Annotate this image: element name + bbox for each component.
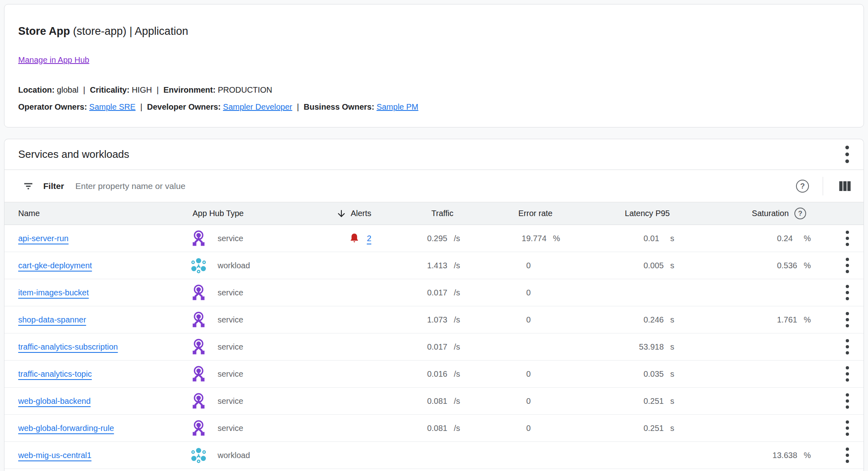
name-cell: web-mig-us-central1: [18, 451, 188, 460]
latency-p95-value: 0.251: [644, 397, 664, 406]
traffic-cell: 0.081 /s: [375, 397, 468, 406]
row-more-options-icon[interactable]: [843, 310, 851, 330]
column-header-error-rate[interactable]: Error rate: [468, 209, 567, 218]
error-rate-cell: 0.000: [468, 288, 567, 297]
app-name: Store App: [18, 25, 70, 37]
row-more-options-icon[interactable]: [843, 337, 851, 357]
service-name-link[interactable]: api-server-run: [18, 234, 68, 243]
filter-input[interactable]: [75, 181, 796, 191]
saturation-cell: 0.240 %: [684, 234, 817, 243]
row-more-options-icon[interactable]: [843, 391, 851, 411]
type-label: service: [218, 234, 243, 243]
column-header-traffic[interactable]: Traffic: [375, 209, 468, 218]
traffic-unit: /s: [447, 234, 468, 243]
type-label: workload: [218, 261, 250, 270]
service-icon: [189, 337, 208, 356]
service-name-link[interactable]: cart-gke-deployment: [18, 261, 92, 270]
row-more-options-icon[interactable]: [843, 228, 851, 248]
traffic-unit: /s: [447, 369, 468, 379]
error-rate-value: 0.000: [526, 397, 546, 406]
alerts-cell: 2: [314, 232, 375, 245]
services-workloads-card: Services and workloads Filter ? Name App…: [4, 139, 864, 471]
saturation-help-icon[interactable]: ?: [794, 208, 806, 219]
traffic-unit: /s: [447, 342, 468, 352]
filter-help-icon[interactable]: ?: [796, 180, 809, 193]
business-owners-label: Business Owners:: [304, 102, 375, 111]
traffic-value: 1.413: [427, 261, 447, 270]
app-header-card: Store App (store-app) | Application Mana…: [4, 4, 864, 127]
name-cell: api-server-run: [18, 234, 188, 243]
app-hub-type-cell: workload: [188, 446, 314, 465]
error-rate-value: 19.774: [522, 234, 546, 243]
separator: |: [81, 85, 88, 94]
card-more-options-icon[interactable]: [843, 143, 851, 165]
page-title: Store App (store-app) | Application: [18, 23, 850, 39]
latency-p95-unit: s: [664, 261, 684, 270]
traffic-cell: 0.016 /s: [375, 369, 468, 379]
criticality-value: HIGH: [132, 85, 152, 94]
traffic-unit: /s: [447, 424, 468, 433]
criticality-label: Criticality:: [90, 85, 129, 94]
latency-p95-value: 53.918: [639, 342, 664, 352]
error-rate-value: 0.000: [526, 369, 546, 379]
row-more-options-icon[interactable]: [843, 418, 851, 438]
app-hub-type-cell: service: [188, 392, 314, 410]
name-cell: item-images-bucket: [18, 288, 188, 297]
business-owner-link[interactable]: Sample PM: [377, 102, 418, 111]
service-name-link[interactable]: traffic-analytics-subscription: [18, 342, 118, 351]
type-label: service: [218, 342, 243, 352]
type-label: service: [218, 397, 243, 406]
table-header-row: Name App Hub Type Alerts Traffic Error r…: [4, 202, 864, 225]
latency-p95-unit: s: [664, 369, 684, 379]
traffic-cell: 0.295 /s: [375, 234, 468, 243]
service-name-link[interactable]: traffic-analytics-topic: [18, 369, 92, 378]
traffic-value: 0.081: [427, 424, 447, 433]
developer-owner-link[interactable]: Sampler Developer: [223, 102, 292, 111]
traffic-value: 0.017: [427, 342, 447, 352]
table-row: item-images-bucket service 0.017 /s 0.00…: [4, 279, 864, 306]
service-icon: [189, 283, 208, 302]
column-header-name[interactable]: Name: [18, 209, 188, 218]
type-label: service: [218, 424, 243, 433]
service-icon: [189, 229, 208, 248]
app-hub-type-cell: service: [188, 419, 314, 437]
manage-in-app-hub-link[interactable]: Manage in App Hub: [18, 55, 89, 64]
column-header-latency-p95[interactable]: Latency P95: [567, 209, 684, 218]
traffic-cell: 0.017 /s: [375, 342, 468, 352]
separator: |: [294, 102, 301, 111]
column-header-alerts[interactable]: Alerts: [314, 208, 375, 219]
row-more-options-icon[interactable]: [843, 282, 851, 303]
traffic-cell: 1.413 /s: [375, 261, 468, 270]
error-rate-value: 0.000: [526, 261, 546, 270]
latency-p95-cell: 0.251 s: [567, 397, 684, 406]
error-rate-value: 0.000: [526, 288, 546, 297]
service-name-link[interactable]: web-global-backend: [18, 397, 91, 405]
name-cell: shop-data-spanner: [18, 315, 188, 325]
column-display-options-icon[interactable]: [837, 178, 853, 194]
service-name-link[interactable]: shop-data-spanner: [18, 315, 86, 324]
saturation-value: 13.638: [773, 451, 797, 460]
service-name-link[interactable]: web-mig-us-central1: [18, 451, 91, 460]
row-more-options-icon[interactable]: [843, 255, 851, 276]
traffic-value: 1.073: [427, 315, 447, 325]
environment-value: PRODUCTION: [218, 85, 272, 94]
workload-icon: [189, 446, 208, 465]
operator-owner-link[interactable]: Sample SRE: [89, 102, 136, 111]
latency-p95-unit: s: [664, 397, 684, 406]
saturation-unit: %: [797, 451, 817, 460]
alerts-count-link[interactable]: 2: [367, 234, 371, 243]
latency-p95-cell: 0.246 s: [567, 315, 684, 325]
error-rate-unit: %: [546, 234, 567, 243]
traffic-cell: 1.073 /s: [375, 315, 468, 325]
app-hub-type-cell: service: [188, 283, 314, 302]
column-header-saturation[interactable]: Saturation ?: [684, 208, 817, 219]
row-more-options-icon[interactable]: [843, 445, 851, 465]
service-icon: [189, 310, 208, 329]
column-header-app-hub-type[interactable]: App Hub Type: [188, 209, 314, 218]
sort-descending-arrow-icon: [336, 208, 347, 219]
app-hub-type-cell: service: [188, 365, 314, 383]
service-name-link[interactable]: item-images-bucket: [18, 288, 89, 297]
divider: [823, 177, 823, 195]
row-more-options-icon[interactable]: [843, 364, 851, 384]
service-name-link[interactable]: web-global-forwarding-rule: [18, 424, 114, 433]
